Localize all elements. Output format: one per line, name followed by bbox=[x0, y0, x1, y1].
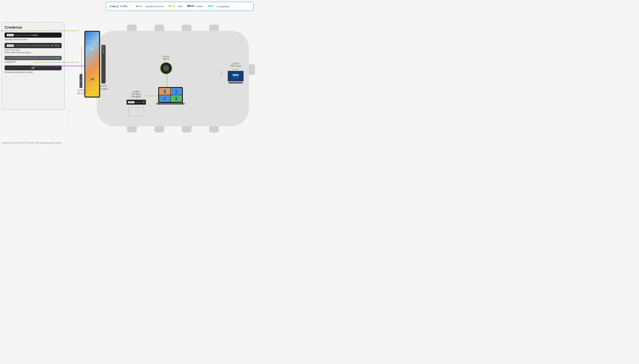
network-switch-device: Q-SYS bbox=[5, 32, 62, 38]
chair-bottom-1 bbox=[127, 126, 137, 132]
credenza-title: Credenza bbox=[5, 25, 62, 30]
switch-port-10 bbox=[31, 35, 32, 36]
display-bezel: 🖥 🎮 bbox=[84, 31, 100, 98]
laptop-screen: 👤 👤 👤 👤 bbox=[158, 87, 183, 103]
legend-label-hdmi: HDMI bbox=[197, 5, 202, 8]
tsc70-device: Q-SYSTSC-70-G3 Q-SYS TSC-70 bbox=[228, 62, 243, 84]
chair-right bbox=[249, 64, 255, 75]
legend-box: CABLE TYPE Standard Ethernet bbox=[106, 2, 254, 11]
person-icon-3: 👤 bbox=[163, 97, 167, 100]
nv21hu-device: Q-SYSNV-21-HU(Encoder) Q-SYS bbox=[127, 90, 146, 116]
pc-visual bbox=[7, 57, 60, 59]
screen-icon-2: 🎮 bbox=[90, 77, 95, 82]
legend-item-speaker: Loudspeaker bbox=[207, 4, 230, 8]
nlsb42-slots bbox=[101, 45, 106, 54]
nc110-dot bbox=[80, 80, 82, 82]
legend-item-hdmi: HDMI bbox=[187, 4, 202, 8]
tsc70-screen: Q-SYS TSC-70 bbox=[228, 71, 243, 82]
nlsb42-body bbox=[101, 45, 106, 84]
switch-label: Standard network switch bbox=[5, 38, 62, 41]
nmt1-outer bbox=[160, 62, 172, 74]
pc-bar2 bbox=[40, 58, 56, 58]
switch-port-green-2 bbox=[35, 35, 36, 36]
speaker-icon bbox=[207, 4, 215, 8]
pc-led-blue bbox=[58, 57, 60, 59]
person-icon-1: 👤 bbox=[163, 90, 167, 93]
laptop-device: 👤 👤 👤 👤 bbox=[156, 87, 185, 105]
switch-port-1 bbox=[15, 35, 17, 36]
legend-label-ethernet: Standard Ethernet bbox=[145, 5, 164, 8]
switch-port-3 bbox=[19, 35, 20, 36]
legend-label-speaker: Loudspeaker bbox=[216, 5, 230, 8]
switch-port-2 bbox=[17, 35, 18, 36]
wireless-label: Wireless presentation receiver bbox=[5, 71, 62, 74]
switch-port-green-3 bbox=[36, 35, 38, 36]
video-cell-1: 👤 bbox=[159, 88, 170, 95]
person-icon-2: 👤 bbox=[174, 90, 178, 93]
svg-rect-0 bbox=[137, 6, 142, 7]
switch-port-5 bbox=[22, 35, 24, 36]
legend-title: CABLE TYPE bbox=[110, 5, 131, 8]
nc110-label: Q-SYS NC-110 bbox=[77, 89, 85, 95]
legend-item-usb: USB bbox=[169, 4, 182, 8]
video-cell-4: 👤 bbox=[171, 95, 182, 102]
nv32-dot bbox=[51, 45, 53, 46]
svg-point-7 bbox=[169, 6, 170, 6]
hdmi-icon bbox=[187, 4, 195, 8]
wireless-device bbox=[5, 66, 62, 70]
laptop-base bbox=[156, 103, 185, 105]
pc-bar1 bbox=[7, 58, 39, 58]
switch-port-7 bbox=[26, 35, 27, 36]
ethernet-icon bbox=[136, 5, 144, 8]
switch-port-6 bbox=[24, 35, 25, 36]
qsys-logo-tsc70: Q-SYS bbox=[232, 74, 239, 76]
nmt1-device: Q-SYSNM-T1 bbox=[160, 56, 172, 74]
pc-device bbox=[5, 56, 62, 60]
display-screen: 🖥 🎮 bbox=[85, 32, 99, 96]
credenza-box: Credenza Q-SYS Standard network switch Q… bbox=[2, 22, 65, 110]
switch-port-9 bbox=[29, 35, 31, 36]
nv21-dot bbox=[143, 102, 144, 103]
legend-items: Standard Ethernet USB bbox=[136, 4, 230, 8]
pc-label: Installed PC bbox=[5, 61, 62, 63]
nv32-extra bbox=[55, 44, 60, 47]
usb-icon bbox=[169, 4, 176, 8]
chair-bottom-2 bbox=[155, 126, 164, 132]
nmt1-label-top: Q-SYSNM-T1 bbox=[163, 56, 169, 60]
qsys-logo-nv32: Q-SYS bbox=[7, 44, 14, 47]
video-grid: 👤 👤 👤 👤 bbox=[159, 88, 182, 102]
switch-ports bbox=[15, 35, 60, 36]
conference-table bbox=[97, 31, 249, 126]
usb-placeholder-box bbox=[128, 108, 144, 116]
switch-port-green-1 bbox=[33, 35, 34, 36]
legend-item-ethernet: Standard Ethernet bbox=[136, 5, 164, 8]
nv21-body: Q-SYS bbox=[127, 100, 146, 105]
chair-top-2 bbox=[155, 24, 164, 31]
svg-rect-10 bbox=[188, 5, 189, 7]
qsys-logo-nv21: Q-SYS bbox=[128, 101, 134, 103]
chair-top-4 bbox=[209, 24, 219, 31]
video-cell-3: 👤 bbox=[159, 95, 170, 102]
wall-display: 🖥 🎮 bbox=[84, 31, 100, 98]
nv32h-label: Q-SYS NV-32-H (Core Mode with Decoding*) bbox=[5, 49, 62, 54]
wireless-port bbox=[31, 67, 35, 69]
nlsb42-device: Q-SYS NL-SB42 bbox=[99, 45, 108, 90]
nc110-body bbox=[80, 74, 82, 88]
nc110-device: Q-SYS NC-110 bbox=[77, 74, 85, 95]
qsys-logo-switch: Q-SYS bbox=[7, 34, 14, 36]
tsc70-base bbox=[229, 82, 243, 84]
screen-content: 🖥 🎮 bbox=[85, 32, 99, 96]
screen-icon-1: 🖥 bbox=[91, 47, 94, 50]
nv32-bar bbox=[15, 45, 50, 46]
footer-note: *requires Q-SYS NV-32-H Core Mode Video … bbox=[2, 142, 62, 144]
nlsb42-label: Q-SYS NL-SB42 bbox=[99, 84, 108, 90]
nv21-bar bbox=[136, 102, 142, 103]
nlsb42-slot2 bbox=[102, 49, 104, 50]
nv21hu-label-top: Q-SYSNV-21-HU(Encoder) bbox=[131, 90, 141, 98]
legend-label-usb: USB bbox=[178, 5, 182, 8]
tsc70-cable-indicator bbox=[232, 69, 239, 70]
chair-top-3 bbox=[182, 24, 191, 31]
svg-point-3 bbox=[136, 6, 137, 6]
tsc70-screen-content: Q-SYS TSC-70 bbox=[232, 74, 239, 78]
person-icon-4: 👤 bbox=[174, 97, 178, 100]
